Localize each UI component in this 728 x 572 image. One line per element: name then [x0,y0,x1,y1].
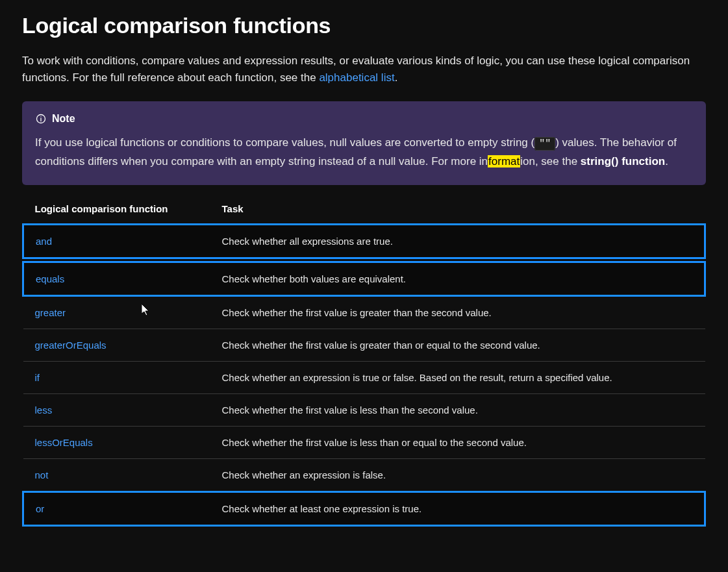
page-title: Logical comparison functions [22,13,706,38]
function-link-less[interactable]: less [35,404,53,416]
note-body-1: If you use logical functions or conditio… [35,136,534,149]
table-row: greaterOrEqualsCheck whether the first v… [23,329,705,362]
note-highlight: format [488,155,520,168]
task-cell: Check whether the first value is less th… [210,394,705,427]
task-cell: Check whether at least one expression is… [210,492,705,526]
note-body-3: ion, see the [520,155,581,168]
function-link-lessOrEquals[interactable]: lessOrEquals [35,437,93,448]
alphabetical-list-link[interactable]: alphabetical list [319,71,394,84]
functions-table: Logical comparison function Task andChec… [22,197,706,527]
function-link-equals[interactable]: equals [36,273,64,284]
task-cell: Check whether an expression is true or f… [210,362,705,394]
header-function: Logical comparison function [23,197,210,225]
task-cell: Check whether the first value is greater… [210,329,705,362]
table-row: equalsCheck whether both values are equi… [23,262,705,296]
note-code: "" [534,137,555,151]
note-bold-link[interactable]: string() function [581,155,665,168]
task-cell: Check whether the first value is less th… [210,427,705,459]
table-row: greaterCheck whether the first value is … [23,296,705,329]
table-header-row: Logical comparison function Task [23,197,705,225]
table-row: andCheck whether all expressions are tru… [23,225,705,258]
header-task: Task [210,197,705,225]
function-link-or[interactable]: or [36,503,44,514]
note-body-4: . [665,155,668,168]
svg-point-2 [40,116,41,117]
note-body: If you use logical functions or conditio… [35,134,693,171]
note-header: Note [35,113,693,125]
task-cell: Check whether all expressions are true. [210,225,705,258]
function-link-greater[interactable]: greater [35,307,66,318]
task-cell: Check whether an expression is false. [210,459,705,492]
intro-paragraph: To work with conditions, compare values … [22,53,706,87]
table-row: lessOrEqualsCheck whether the first valu… [23,427,705,459]
note-title: Note [52,113,75,125]
table-row: lessCheck whether the first value is les… [23,394,705,427]
note-callout: Note If you use logical functions or con… [22,101,706,186]
function-link-and[interactable]: and [36,236,52,247]
function-link-if[interactable]: if [35,372,40,383]
function-link-greaterOrEquals[interactable]: greaterOrEquals [35,340,107,351]
table-row: ifCheck whether an expression is true or… [23,362,705,394]
table-row: notCheck whether an expression is false. [23,459,705,492]
info-icon [35,113,47,125]
task-cell: Check whether both values are equivalent… [210,262,705,296]
function-link-not[interactable]: not [35,469,49,480]
task-cell: Check whether the first value is greater… [210,296,705,329]
intro-text-2: . [395,71,398,84]
table-row: orCheck whether at least one expression … [23,492,705,526]
page-content: Logical comparison functions To work wit… [22,13,706,527]
